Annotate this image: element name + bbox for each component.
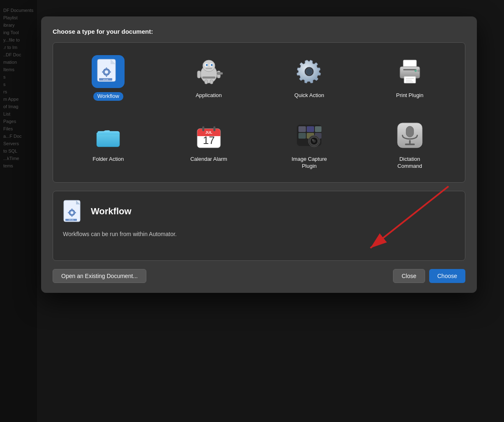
dialog-title: Choose a type for your document: xyxy=(53,28,465,35)
folder-action-icon xyxy=(94,121,122,149)
svg-rect-33 xyxy=(406,80,412,81)
type-item-application[interactable]: Application xyxy=(162,51,256,105)
type-label-calendar-alarm: Calendar Alarm xyxy=(190,156,227,163)
description-title: Workflow xyxy=(91,206,132,217)
print-plugin-icon xyxy=(396,58,424,86)
quick-action-icon xyxy=(295,58,323,86)
svg-rect-64 xyxy=(68,212,69,213)
svg-rect-45 xyxy=(315,126,321,132)
type-label-quick-action: Quick Action xyxy=(294,92,324,99)
folder-action-icon-wrapper xyxy=(92,119,125,152)
right-buttons: Close Choose xyxy=(393,269,465,283)
svg-rect-17 xyxy=(206,68,212,69)
document-type-dialog: Choose a type for your document: xyxy=(41,16,477,293)
svg-rect-21 xyxy=(202,77,215,79)
svg-rect-46 xyxy=(298,133,306,139)
image-capture-icon-wrapper xyxy=(293,119,326,152)
svg-rect-32 xyxy=(406,78,414,79)
button-row: Open an Existing Document... Close Choos… xyxy=(53,269,465,283)
svg-rect-23 xyxy=(210,80,213,84)
svg-point-16 xyxy=(210,64,213,66)
svg-rect-56 xyxy=(409,140,411,144)
svg-rect-5 xyxy=(106,67,107,70)
svg-rect-26 xyxy=(403,60,416,67)
close-button[interactable]: Close xyxy=(393,269,425,283)
type-item-calendar-alarm[interactable]: JUL 17 Calendar Alarm xyxy=(162,115,256,174)
calendar-alarm-icon-wrapper: JUL 17 xyxy=(192,119,225,152)
type-label-workflow: Workflow xyxy=(93,92,123,101)
application-icon xyxy=(195,58,223,86)
svg-point-61 xyxy=(71,211,74,214)
type-grid: WFLOW Workflow xyxy=(61,51,457,174)
svg-point-29 xyxy=(414,70,416,72)
print-plugin-icon-wrapper xyxy=(393,55,426,88)
svg-rect-40 xyxy=(213,126,215,131)
svg-rect-18 xyxy=(197,71,201,78)
workflow-icon-wrapper: WFLOW xyxy=(92,55,125,88)
svg-point-53 xyxy=(312,139,314,140)
svg-text:WFLOW: WFLOW xyxy=(69,219,74,221)
dictation-command-icon xyxy=(396,121,424,149)
open-existing-button[interactable]: Open an Existing Document... xyxy=(53,269,146,283)
svg-rect-62 xyxy=(72,209,73,210)
svg-point-25 xyxy=(306,68,312,75)
svg-rect-7 xyxy=(102,72,104,73)
svg-rect-6 xyxy=(106,75,107,77)
svg-rect-44 xyxy=(307,126,314,132)
svg-text:WFLOW: WFLOW xyxy=(103,79,109,81)
svg-point-4 xyxy=(105,70,108,74)
svg-rect-20 xyxy=(217,72,223,74)
description-header: WFLOW Workflow xyxy=(63,199,455,223)
svg-text:17: 17 xyxy=(203,134,215,146)
type-item-image-capture[interactable]: Image Capture Plugin xyxy=(262,115,356,174)
description-box: WFLOW Workflow Workflows can be run from… xyxy=(53,191,465,261)
svg-rect-34 xyxy=(406,81,413,82)
type-grid-container: WFLOW Workflow xyxy=(53,42,465,183)
type-label-image-capture: Image Capture Plugin xyxy=(291,156,327,170)
svg-rect-43 xyxy=(298,126,306,132)
type-item-print-plugin[interactable]: Print Plugin xyxy=(363,51,457,105)
type-item-folder-action[interactable]: Folder Action xyxy=(61,115,155,174)
svg-point-12 xyxy=(203,60,215,72)
svg-rect-8 xyxy=(109,72,111,73)
type-label-print-plugin: Print Plugin xyxy=(396,92,423,99)
svg-point-15 xyxy=(206,64,208,66)
svg-rect-39 xyxy=(202,126,204,131)
svg-point-30 xyxy=(417,70,419,72)
calendar-alarm-icon: JUL 17 xyxy=(195,121,223,149)
description-text: Workflows can be run from within Automat… xyxy=(63,230,455,239)
choose-button[interactable]: Choose xyxy=(429,269,465,283)
dictation-icon-wrapper xyxy=(393,119,426,152)
svg-rect-55 xyxy=(406,126,414,137)
workflow-icon: WFLOW xyxy=(94,58,122,86)
description-workflow-icon: WFLOW xyxy=(63,199,84,223)
type-item-dictation[interactable]: Dictation Command xyxy=(363,115,457,174)
svg-rect-28 xyxy=(403,69,416,70)
quick-action-icon-wrapper xyxy=(293,55,326,88)
type-label-folder-action: Folder Action xyxy=(92,156,124,163)
svg-rect-22 xyxy=(205,80,208,84)
type-item-quick-action[interactable]: Quick Action xyxy=(262,51,356,105)
svg-rect-57 xyxy=(405,144,415,145)
svg-rect-65 xyxy=(74,212,76,213)
image-capture-icon xyxy=(295,121,323,149)
type-item-workflow[interactable]: WFLOW Workflow xyxy=(61,51,155,105)
svg-rect-63 xyxy=(72,215,73,217)
type-label-dictation: Dictation Command xyxy=(398,156,422,170)
type-label-application: Application xyxy=(196,92,222,99)
application-icon-wrapper xyxy=(192,55,225,88)
